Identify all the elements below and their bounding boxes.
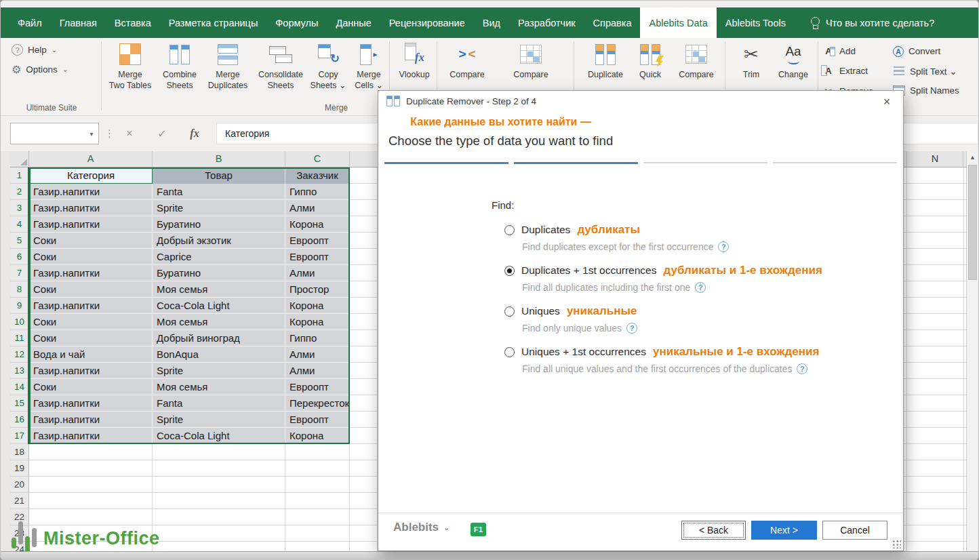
- f1-help-badge[interactable]: F1: [471, 523, 486, 536]
- empty-cell[interactable]: [29, 444, 153, 460]
- help-icon[interactable]: ?: [626, 323, 637, 334]
- ribbon-button-extract[interactable]: Extract: [822, 61, 883, 81]
- radio-unselected-icon[interactable]: [504, 225, 515, 235]
- name-box-dropdown-icon[interactable]: ▾: [85, 130, 98, 138]
- table-cell[interactable]: Гиппо: [285, 184, 350, 200]
- table-cell[interactable]: Корона: [285, 428, 350, 444]
- find-option-duplicates[interactable]: DuplicatesдубликатыFind duplicates excep…: [504, 222, 822, 263]
- tab-главная[interactable]: Главная: [51, 7, 106, 38]
- ribbon-button-copy-sheets[interactable]: CopySheets ⌄: [307, 41, 349, 113]
- back-button[interactable]: < Back: [681, 521, 746, 540]
- active-cell-a1[interactable]: Категория: [29, 167, 153, 184]
- empty-cell[interactable]: [285, 542, 350, 551]
- table-cell[interactable]: Добрый экзотик: [153, 233, 285, 249]
- empty-cell[interactable]: [350, 330, 378, 346]
- find-option-duplicates-1st-occurrences[interactable]: Duplicates + 1st occurrencesдубликаты и …: [504, 263, 822, 304]
- table-cell[interactable]: Газир.напитки: [29, 363, 153, 379]
- empty-cell[interactable]: [350, 493, 378, 509]
- table-cell[interactable]: Fanta: [153, 184, 285, 200]
- empty-cell[interactable]: [350, 477, 378, 493]
- table-cell[interactable]: Газир.напитки: [29, 412, 153, 428]
- tab-ablebits-tools[interactable]: Ablebits Tools: [717, 7, 795, 38]
- ribbon-button-combine-sheets[interactable]: CombineSheets: [158, 41, 201, 113]
- ribbon-button-add[interactable]: Add: [822, 41, 883, 61]
- table-cell[interactable]: Fanta: [153, 395, 285, 412]
- table-cell[interactable]: Алми: [285, 363, 350, 379]
- tell-me-box[interactable]: Что вы хотите сделать?: [804, 7, 941, 38]
- cell-c1[interactable]: Заказчик: [285, 167, 350, 184]
- table-cell[interactable]: Буратино: [153, 216, 285, 233]
- tab-формулы[interactable]: Формулы: [266, 7, 327, 38]
- empty-cell[interactable]: [285, 444, 350, 460]
- find-option-line[interactable]: Duplicatesдубликаты: [504, 222, 822, 237]
- scrollbar-thumb[interactable]: [968, 165, 977, 280]
- tab-вставка[interactable]: Вставка: [106, 7, 160, 38]
- tab-данные[interactable]: Данные: [327, 7, 380, 38]
- help-icon[interactable]: ?: [718, 241, 729, 252]
- tab-справка[interactable]: Справка: [584, 7, 641, 38]
- empty-cell[interactable]: [350, 363, 378, 379]
- radio-unselected-icon[interactable]: [504, 306, 515, 317]
- find-option-line[interactable]: Duplicates + 1st occurrencesдубликаты и …: [504, 263, 822, 278]
- empty-cell[interactable]: [29, 460, 153, 477]
- find-option-line[interactable]: Uniquesуникальные: [504, 304, 822, 319]
- table-cell[interactable]: Алми: [285, 200, 350, 216]
- empty-cell[interactable]: [350, 249, 378, 265]
- select-all-corner[interactable]: [10, 151, 29, 167]
- table-cell[interactable]: Sprite: [153, 200, 285, 216]
- table-cell[interactable]: BonAqua: [153, 346, 285, 363]
- help-button[interactable]: ? Help ⌄: [12, 44, 57, 56]
- empty-cell[interactable]: [350, 200, 378, 216]
- empty-cell[interactable]: [350, 233, 378, 249]
- empty-cell[interactable]: [29, 477, 153, 493]
- find-option-line[interactable]: Uniques + 1st occurrencesуникальные и 1-…: [504, 344, 822, 359]
- table-cell[interactable]: Евроопт: [285, 412, 350, 428]
- radio-unselected-icon[interactable]: [504, 347, 515, 357]
- radio-selected-icon[interactable]: [504, 266, 515, 276]
- ribbon-button-consolidate-sheets[interactable]: ConsolidateSheets: [254, 41, 307, 113]
- table-cell[interactable]: Соки: [29, 233, 153, 249]
- empty-cell[interactable]: [350, 281, 378, 298]
- table-cell[interactable]: Caprice: [153, 249, 285, 265]
- empty-cell[interactable]: [153, 509, 285, 525]
- tab-разметка-страницы[interactable]: Разметка страницы: [160, 7, 267, 38]
- tab-файл[interactable]: Файл: [9, 7, 51, 38]
- column-header-c[interactable]: C: [285, 151, 350, 167]
- ablebits-menu[interactable]: Ablebits ⌄: [393, 521, 449, 534]
- table-cell[interactable]: Корона: [285, 298, 350, 314]
- table-cell[interactable]: Моя семья: [153, 379, 285, 395]
- empty-cell[interactable]: [350, 444, 378, 460]
- cancel-entry-button[interactable]: ×: [115, 123, 144, 144]
- empty-cell[interactable]: [350, 298, 378, 314]
- next-button[interactable]: Next >: [751, 521, 817, 540]
- table-cell[interactable]: Соки: [29, 281, 153, 298]
- resize-grip[interactable]: [892, 540, 901, 548]
- table-cell[interactable]: Корона: [285, 314, 350, 330]
- empty-cell[interactable]: [350, 509, 378, 525]
- table-cell[interactable]: Евроопт: [285, 233, 350, 249]
- close-icon[interactable]: ×: [877, 94, 896, 110]
- cancel-button[interactable]: Cancel: [822, 521, 887, 540]
- empty-cell[interactable]: [285, 477, 350, 493]
- empty-cell[interactable]: [285, 460, 350, 477]
- empty-cell[interactable]: [285, 493, 350, 509]
- ribbon-button-convert[interactable]: Convert: [893, 41, 959, 61]
- empty-cell[interactable]: [153, 444, 285, 460]
- table-cell[interactable]: Газир.напитки: [29, 428, 153, 444]
- table-cell[interactable]: Алми: [285, 346, 350, 363]
- empty-cell[interactable]: [350, 184, 378, 200]
- empty-cell[interactable]: [350, 167, 378, 184]
- empty-cell[interactable]: [153, 460, 285, 477]
- find-option-uniques[interactable]: UniquesуникальныеFind only unique values…: [504, 304, 822, 344]
- table-cell[interactable]: Алми: [285, 265, 350, 281]
- empty-cell[interactable]: [350, 395, 378, 412]
- empty-cell[interactable]: [350, 525, 378, 542]
- empty-cell[interactable]: [350, 428, 378, 444]
- table-cell[interactable]: Корона: [285, 216, 350, 233]
- table-cell[interactable]: Моя семья: [153, 281, 285, 298]
- insert-function-button[interactable]: fx: [180, 123, 209, 144]
- name-box[interactable]: ▾: [10, 123, 99, 144]
- empty-cell[interactable]: [350, 460, 378, 477]
- tab-рецензирование[interactable]: Рецензирование: [380, 7, 474, 38]
- column-header-b[interactable]: B: [153, 151, 285, 167]
